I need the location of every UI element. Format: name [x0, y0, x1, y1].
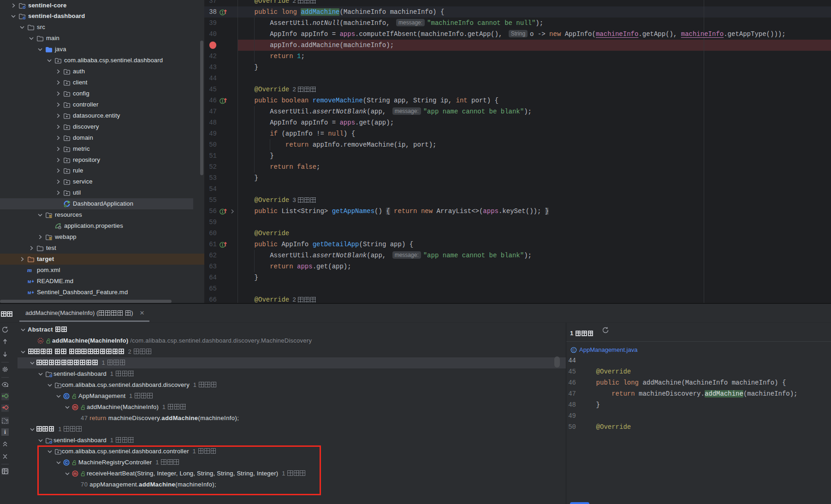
svg-text:M: M [28, 290, 31, 295]
svg-text:m: m [73, 404, 77, 409]
svg-text:C: C [65, 394, 68, 398]
svg-text:m: m [39, 338, 42, 343]
svg-text:C: C [572, 348, 575, 352]
svg-text:M: M [28, 279, 31, 284]
